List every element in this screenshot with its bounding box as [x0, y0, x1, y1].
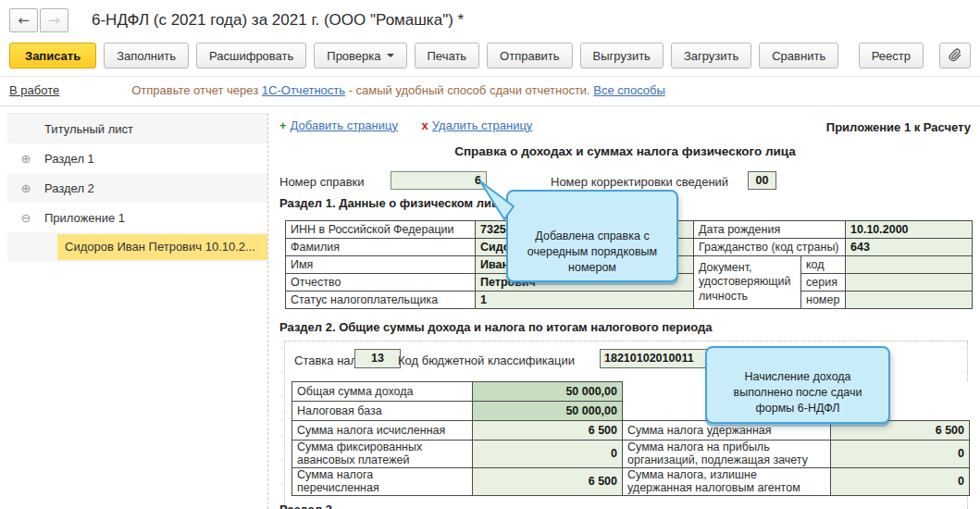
table-row: Сумма фиксированных авансовых платежей 0… [292, 441, 970, 468]
correction-number-label: Номер корректировки сведений [551, 175, 728, 189]
app-window: ← → 6-НДФЛ (с 2021 года) за 2021 г. (ООО… [0, 0, 980, 106]
tax-calculated-value-cell[interactable]: 6 500 [473, 421, 623, 441]
total-income-value-cell[interactable]: 50 000,00 [473, 382, 623, 402]
tax-over-withheld-value-cell[interactable]: 0 [831, 467, 970, 495]
import-button[interactable]: Загрузить [671, 43, 751, 68]
sidebar-item-label: Приложение 1 [44, 211, 125, 225]
attachment-button[interactable] [939, 43, 971, 68]
profit-tax-offset-label: Сумма налога на прибыль организаций, под… [623, 441, 831, 468]
birth-date-value-cell[interactable]: 10.10.2000 [846, 221, 973, 239]
sidebar-item-appendix1[interactable]: ⊖ Приложение 1 [7, 203, 267, 232]
back-button[interactable]: ← [9, 8, 38, 32]
plus-circle-icon[interactable]: ⊕ [19, 152, 33, 166]
reporting-hint: Отправьте отчет через 1С-Отчетность - са… [131, 83, 665, 97]
ref-number-field[interactable]: 6 [391, 171, 487, 190]
firstname-label: Имя [286, 256, 476, 274]
hint-text-middle: - самый удобный способ сдачи отчетности. [345, 83, 593, 97]
sidebar-item-label: Раздел 1 [44, 152, 94, 166]
fixed-advance-value-cell[interactable]: 0 [473, 441, 623, 468]
x-icon: x [422, 118, 428, 132]
patronymic-label: Отчество [286, 274, 476, 292]
title-bar: ← → 6-НДФЛ (с 2021 года) за 2021 г. (ООО… [0, 0, 980, 41]
certificate-title: Справка о доходах и суммах налога физиче… [270, 144, 980, 158]
doc-code-label: код [801, 256, 846, 274]
tax-withheld-label: Сумма налога удержанная [623, 421, 831, 441]
tax-base-value-cell[interactable]: 50 000,00 [473, 402, 623, 421]
inn-label: ИНН в Российской Федерации [286, 221, 476, 239]
forward-button[interactable]: → [40, 8, 68, 32]
plus-icon: + [279, 118, 287, 132]
decode-button[interactable]: Расшифровать [196, 43, 306, 68]
section3-title-partial: Раздел 3. [279, 503, 336, 509]
tax-withheld-value-cell[interactable]: 6 500 [831, 421, 970, 441]
doc-number-label: номер [801, 292, 846, 309]
appendix-corner-label: Приложение 1 к Расчету [826, 120, 971, 134]
sidebar-item-section2[interactable]: ⊕ Раздел 2 [7, 173, 267, 203]
compare-button[interactable]: Сравнить [759, 43, 838, 68]
export-button[interactable]: Выгрузить [580, 43, 664, 68]
doc-series-label: серия [801, 274, 846, 292]
add-page-link[interactable]: Добавить страницу [291, 118, 398, 132]
sidebar-item-section1[interactable]: ⊕ Раздел 1 [7, 143, 267, 173]
doc-series-value-cell[interactable] [846, 274, 973, 292]
sidebar-item-label: Раздел 2 [44, 181, 94, 195]
send-button[interactable]: Отправить [487, 43, 572, 68]
tax-transferred-label: Сумма налога перечисленная [292, 467, 473, 495]
taxpayer-status-label: Статус налогоплательщика [286, 292, 476, 309]
tooltip-callout-income: Начисление дохода выполнено после сдачи … [705, 346, 890, 424]
report-state-link[interactable]: В работе [9, 83, 59, 97]
all-methods-link[interactable]: Все способы [593, 83, 664, 97]
doc-code-value-cell[interactable] [846, 256, 973, 274]
check-button-label: Проверка [327, 49, 380, 63]
section1-title: Раздел 1. Данные о физическом лице [279, 196, 505, 210]
hint-text-prefix: Отправьте отчет через [131, 83, 262, 97]
tax-base-label: Налоговая база [292, 402, 473, 421]
page-title: 6-НДФЛ (с 2021 года) за 2021 г. (ООО "Ро… [92, 11, 464, 30]
sidebar-item-title-page[interactable]: Титульный лист [7, 114, 267, 143]
sidebar-item-employee[interactable]: Сидоров Иван Петрович 10.10.2... [7, 232, 267, 262]
birth-date-label: Дата рождения [694, 221, 846, 239]
surname-label: Фамилия [286, 239, 476, 256]
selected-employee-label[interactable]: Сидоров Иван Петрович 10.10.2... [57, 234, 267, 260]
profit-tax-offset-value-cell[interactable]: 0 [831, 441, 970, 468]
fill-button[interactable]: Заполнить [104, 43, 189, 68]
chevron-down-icon [387, 54, 394, 57]
callout-tail-icon [479, 179, 515, 221]
doc-number-value-cell[interactable] [846, 292, 973, 309]
tax-rate-field[interactable]: 13 [354, 349, 401, 368]
tax-transferred-value-cell[interactable]: 6 500 [473, 467, 623, 495]
arrow-right-icon: → [48, 12, 60, 29]
kbk-label: Код бюджетной классификации [398, 354, 575, 367]
tax-over-withheld-label: Сумма налога, излишне удержанная налогов… [623, 467, 831, 495]
table-row: Сумма налога исчисленная 6 500 Сумма нал… [292, 421, 970, 441]
sidebar-item-label: Титульный лист [44, 122, 133, 136]
plus-circle-icon[interactable]: ⊕ [19, 181, 33, 195]
save-button[interactable]: Записать [9, 43, 96, 68]
citizenship-value-cell[interactable]: 643 [846, 239, 973, 256]
total-income-label: Общая сумма дохода [292, 382, 473, 402]
sections-tree: Титульный лист ⊕ Раздел 1 ⊕ Раздел 2 ⊖ П… [7, 113, 268, 509]
check-button[interactable]: Проверка [314, 43, 406, 68]
taxpayer-status-value-cell[interactable]: 1 [476, 292, 694, 309]
status-bar: В работе Отправьте отчет через 1С-Отчетн… [0, 77, 980, 106]
ref-number-label: Номер справки [279, 175, 364, 189]
fixed-advance-label: Сумма фиксированных авансовых платежей [292, 441, 473, 468]
minus-circle-icon[interactable]: ⊖ [19, 211, 33, 225]
correction-number-field[interactable]: 00 [748, 171, 776, 190]
table-row: Сумма налога перечисленная 6 500 Сумма н… [292, 467, 970, 495]
arrow-left-icon: ← [18, 12, 30, 29]
content-area: Титульный лист ⊕ Раздел 1 ⊕ Раздел 2 ⊖ П… [0, 110, 980, 509]
page-actions: +Добавить страницу xУдалить страницу [279, 118, 552, 132]
tooltip-callout-ref-number: Добавлена справка с очередным порядковым… [506, 190, 678, 282]
section2-title: Раздел 2. Общие суммы дохода и налога по… [279, 320, 712, 334]
delete-page-link[interactable]: Удалить страницу [432, 118, 533, 132]
toolbar: Записать Заполнить Расшифровать Проверка… [0, 41, 980, 77]
callout-text: Начисление дохода выполнено после сдачи … [734, 370, 862, 415]
paperclip-icon [948, 47, 962, 65]
citizenship-label: Гражданство (код страны) [694, 239, 846, 256]
table-row: Статус налогоплательщика 1 номер [286, 292, 973, 309]
identity-doc-label: Документ, удостоверяющий личность [694, 256, 801, 309]
registry-button[interactable]: Реестр [859, 43, 924, 68]
print-button[interactable]: Печать [415, 43, 480, 68]
1c-reporting-link[interactable]: 1С-Отчетность [262, 83, 345, 97]
